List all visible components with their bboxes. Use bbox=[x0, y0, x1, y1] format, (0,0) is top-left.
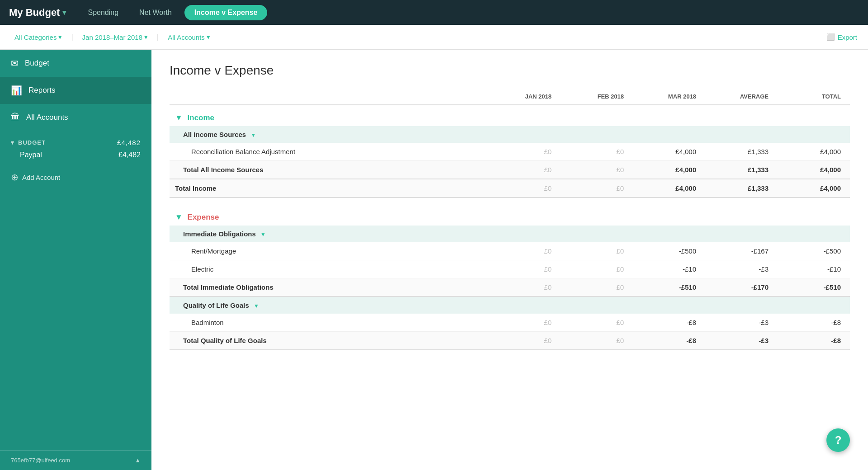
rba-avg: £1,333 bbox=[705, 143, 778, 161]
income-group-total bbox=[778, 126, 850, 143]
rba-label: Reconciliation Balance Adjustment bbox=[170, 143, 488, 161]
total-quality-jan: £0 bbox=[488, 332, 561, 350]
total-income-total: £4,000 bbox=[778, 179, 850, 197]
all-income-sources-row[interactable]: All Income Sources ▼ bbox=[170, 126, 850, 143]
add-account-button[interactable]: ⊕ Add Account bbox=[0, 164, 151, 190]
imm-group-jan bbox=[488, 226, 561, 242]
filter-categories-label: All Categories bbox=[14, 33, 57, 41]
sidebar-budget-total: £4,482 bbox=[117, 139, 141, 146]
qual-group-jan bbox=[488, 296, 561, 314]
badminton-total: -£8 bbox=[778, 314, 850, 332]
col-header-mar: MAR 2018 bbox=[633, 89, 705, 105]
nav-spending[interactable]: Spending bbox=[80, 6, 127, 19]
sidebar-item-reports[interactable]: 📊 Reports bbox=[0, 77, 151, 104]
sidebar-section-header[interactable]: ▾ BUDGET £4,482 bbox=[11, 139, 141, 146]
sidebar-item-budget[interactable]: ✉ Budget bbox=[0, 50, 151, 77]
total-income-label: Total Income bbox=[170, 179, 488, 197]
col-header-feb: FEB 2018 bbox=[561, 89, 633, 105]
imm-group-total bbox=[778, 226, 850, 242]
total-imm-total: -£510 bbox=[778, 278, 850, 297]
top-navigation: My Budget ▾ Spending Net Worth Income v … bbox=[0, 0, 868, 25]
table-row: Rent/Mortgage £0 £0 -£500 -£167 -£500 bbox=[170, 242, 850, 260]
col-header-jan: JAN 2018 bbox=[488, 89, 561, 105]
filter-date-label: Jan 2018–Mar 2018 bbox=[82, 33, 142, 41]
total-income-sources-label: Total All Income Sources bbox=[170, 161, 488, 179]
electric-jan: £0 bbox=[488, 260, 561, 278]
imm-group-feb bbox=[561, 226, 633, 242]
income-group-collapse: ▼ bbox=[250, 132, 256, 138]
immediate-obligations-row[interactable]: Immediate Obligations ▼ bbox=[170, 226, 850, 242]
filter-date-range[interactable]: Jan 2018–Mar 2018 ▾ bbox=[79, 31, 151, 43]
rent-total: -£500 bbox=[778, 242, 850, 260]
filter-date-chevron: ▾ bbox=[144, 33, 148, 41]
income-section-header[interactable]: ▼ Income bbox=[170, 105, 850, 126]
col-header-total: TOTAL bbox=[778, 89, 850, 105]
add-account-label: Add Account bbox=[22, 174, 60, 181]
footer-email: 765efb77@uifeed.com bbox=[11, 457, 70, 464]
filter-accounts-chevron: ▾ bbox=[207, 33, 210, 41]
table-header-row: JAN 2018 FEB 2018 MAR 2018 AVERAGE TOTAL bbox=[170, 89, 850, 105]
rba-mar: £4,000 bbox=[633, 143, 705, 161]
imm-group-avg bbox=[705, 226, 778, 242]
sidebar-budget-section: ▾ BUDGET £4,482 Paypal £4,482 bbox=[0, 131, 151, 164]
total-quality-avg: -£3 bbox=[705, 332, 778, 350]
expense-collapse-icon: ▼ bbox=[175, 213, 183, 221]
content-area: Income v Expense JAN 2018 FEB 2018 MAR 2… bbox=[151, 50, 868, 470]
immediate-obligations-collapse: ▼ bbox=[260, 231, 266, 238]
total-imm-jan: £0 bbox=[488, 278, 561, 297]
building-icon: 🏛 bbox=[11, 112, 20, 122]
quality-of-life-row[interactable]: Quality of Life Goals ▼ bbox=[170, 296, 850, 314]
filter-accounts-label: All Accounts bbox=[168, 33, 205, 41]
spacer-row bbox=[170, 197, 850, 205]
sidebar: ✉ Budget 📊 Reports 🏛 All Accounts ▾ BUDG… bbox=[0, 50, 151, 470]
brand-logo[interactable]: My Budget ▾ bbox=[9, 7, 66, 19]
electric-label: Electric bbox=[170, 260, 488, 278]
income-collapse-icon: ▼ bbox=[175, 113, 183, 122]
help-button[interactable]: ? bbox=[826, 428, 850, 452]
sidebar-footer: 765efb77@uifeed.com ▲ bbox=[0, 450, 151, 470]
export-button[interactable]: ⬜ Export bbox=[826, 33, 857, 41]
col-header-average: AVERAGE bbox=[705, 89, 778, 105]
export-icon: ⬜ bbox=[826, 33, 835, 41]
sidebar-account-amount: £4,482 bbox=[118, 151, 141, 159]
brand-name: My Budget bbox=[9, 7, 60, 19]
sidebar-budget-label: Budget bbox=[25, 59, 49, 68]
badminton-mar: -£8 bbox=[633, 314, 705, 332]
main-layout: ✉ Budget 📊 Reports 🏛 All Accounts ▾ BUDG… bbox=[0, 50, 868, 470]
filter-accounts[interactable]: All Accounts ▾ bbox=[164, 31, 214, 43]
expense-section-label: Expense bbox=[188, 213, 219, 221]
income-group-mar bbox=[633, 126, 705, 143]
chart-icon: 📊 bbox=[11, 85, 22, 96]
rent-jan: £0 bbox=[488, 242, 561, 260]
total-income-mar: £4,000 bbox=[633, 179, 705, 197]
filter-categories-chevron: ▾ bbox=[58, 33, 62, 41]
rba-jan: £0 bbox=[488, 143, 561, 161]
sidebar-section-label: BUDGET bbox=[18, 139, 46, 146]
qual-group-mar bbox=[633, 296, 705, 314]
expense-section-header[interactable]: ▼ Expense bbox=[170, 205, 850, 226]
report-table: JAN 2018 FEB 2018 MAR 2018 AVERAGE TOTAL… bbox=[170, 89, 850, 350]
total-quality-label: Total Quality of Life Goals bbox=[170, 332, 488, 350]
sidebar-account-paypal[interactable]: Paypal £4,482 bbox=[11, 148, 141, 162]
nav-income-expense[interactable]: Income v Expense bbox=[184, 5, 268, 20]
rent-feb: £0 bbox=[561, 242, 633, 260]
sidebar-account-name: Paypal bbox=[20, 151, 42, 159]
income-group-feb bbox=[561, 126, 633, 143]
add-account-icon: ⊕ bbox=[11, 172, 19, 183]
total-income-row: Total Income £0 £0 £4,000 £1,333 £4,000 bbox=[170, 179, 850, 197]
rent-label: Rent/Mortgage bbox=[170, 242, 488, 260]
total-imm-avg: -£170 bbox=[705, 278, 778, 297]
total-income-sources-feb: £0 bbox=[561, 161, 633, 179]
total-imm-feb: £0 bbox=[561, 278, 633, 297]
total-income-jan: £0 bbox=[488, 179, 561, 197]
filter-categories[interactable]: All Categories ▾ bbox=[11, 31, 66, 43]
footer-chevron[interactable]: ▲ bbox=[135, 457, 141, 464]
income-group-avg bbox=[705, 126, 778, 143]
total-income-sources-mar: £4,000 bbox=[633, 161, 705, 179]
sidebar-reports-label: Reports bbox=[28, 86, 56, 95]
table-row: Badminton £0 £0 -£8 -£3 -£8 bbox=[170, 314, 850, 332]
sidebar-item-all-accounts[interactable]: 🏛 All Accounts bbox=[0, 104, 151, 131]
brand-chevron: ▾ bbox=[62, 8, 66, 17]
col-header-label bbox=[170, 89, 488, 105]
nav-net-worth[interactable]: Net Worth bbox=[131, 6, 180, 19]
